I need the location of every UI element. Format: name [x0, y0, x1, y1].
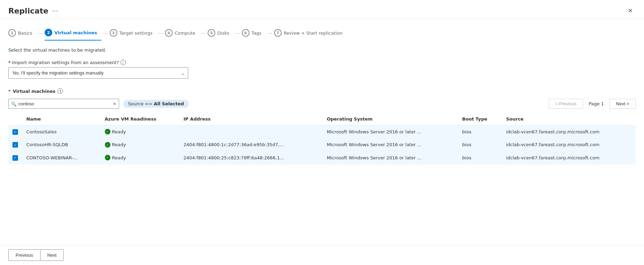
step-label-basics: Basics — [18, 30, 32, 36]
row1-ready-badge: ✓ Ready — [105, 129, 175, 134]
step-virtual-machines[interactable]: 2 Virtual machines — [45, 26, 101, 41]
col-checkbox — [8, 113, 22, 125]
pagination-previous-button[interactable]: < Previous — [548, 99, 583, 109]
row3-ready-label: Ready — [112, 155, 126, 160]
row3-name: CONTOSO-WEBINAR-... — [22, 151, 101, 165]
vm-section-label: * Virtual machines i — [8, 88, 636, 94]
step-tags[interactable]: 6 Tags — [242, 26, 266, 40]
page-container: Replicate ··· ✕ 1 Basics 2 Virtual machi… — [0, 0, 644, 265]
step-disks[interactable]: 5 Disks — [208, 26, 234, 40]
assessment-field-label: * Import migration settings from an asse… — [8, 60, 636, 65]
row3-check-icon: ✓ — [14, 156, 17, 160]
step-separator-5 — [235, 33, 241, 34]
step-label-virtual-machines: Virtual machines — [54, 30, 97, 35]
header-left: Replicate ··· — [8, 7, 58, 15]
description-text: Select the virtual machines to be migrat… — [8, 47, 636, 53]
steps-navigation: 1 Basics 2 Virtual machines 3 Target set… — [0, 19, 644, 41]
assessment-dropdown-container: No, I'll specify the migration settings … — [8, 67, 188, 79]
vm-table-body: ✓ ContosoSales ✓ Ready Microsoft Windows… — [8, 125, 636, 165]
row3-source: idclab-vcen67.fareast.corp.microsoft.com — [502, 151, 636, 165]
vm-section-label-text: Virtual machines — [13, 89, 55, 94]
footer-previous-button[interactable]: Previous — [8, 249, 40, 261]
search-clear-button[interactable]: ✕ — [113, 101, 116, 106]
row2-boot: bios — [458, 138, 502, 151]
close-button[interactable]: ✕ — [625, 6, 636, 16]
row3-ip: 2404:f801:4800:25:c823:79ff:6a48:2666,1.… — [179, 151, 323, 165]
row3-os: Microsoft Windows Server 2016 or later .… — [323, 151, 458, 165]
step-label-target-settings: Target settings — [119, 30, 153, 36]
filter-badge[interactable]: Source == All Selected — [123, 100, 189, 108]
col-os: Operating System — [323, 113, 458, 125]
row1-ready-label: Ready — [112, 129, 126, 134]
required-star-vm: * — [8, 89, 11, 94]
vm-table-header: Name Azure VM Readiness IP Address Opera… — [8, 113, 636, 125]
assessment-dropdown[interactable]: No, I'll specify the migration settings … — [8, 67, 188, 79]
footer-next-button[interactable]: Next — [40, 249, 64, 261]
row1-boot: bios — [458, 125, 502, 139]
row3-ready-badge: ✓ Ready — [105, 155, 175, 160]
step-circle-5: 5 — [208, 29, 215, 37]
step-review[interactable]: 7 Review + Start replication — [274, 26, 347, 40]
row2-ready-badge: ✓ Ready — [105, 142, 175, 148]
row2-check-icon: ✓ — [14, 143, 17, 147]
row2-ready-label: Ready — [112, 142, 126, 147]
vm-table-header-row: Name Azure VM Readiness IP Address Opera… — [8, 113, 636, 125]
required-star-assessment: * — [8, 60, 11, 65]
row2-checkbox[interactable]: ✓ — [12, 142, 18, 148]
search-input[interactable] — [8, 99, 119, 109]
row1-ready-icon: ✓ — [105, 129, 110, 134]
pagination-page-info: Page 1 — [586, 101, 607, 106]
row1-checkbox[interactable]: ✓ — [12, 129, 18, 135]
row1-readiness: ✓ Ready — [101, 125, 180, 139]
step-circle-4: 4 — [165, 29, 173, 37]
row2-os: Microsoft Windows Server 2016 or later .… — [323, 138, 458, 151]
row2-ip: 2404:f801:4800:1c:2d77:36ad:e95b:35d7,..… — [179, 138, 323, 151]
vm-table: Name Azure VM Readiness IP Address Opera… — [8, 113, 636, 165]
row3-boot: bios — [458, 151, 502, 165]
row2-name: ContosoHR-SQLDB — [22, 138, 101, 151]
row3-ready-icon: ✓ — [105, 155, 110, 160]
step-separator-6 — [267, 33, 273, 34]
step-basics[interactable]: 1 Basics — [8, 26, 36, 40]
step-circle-6: 6 — [242, 29, 250, 37]
row2-ready-icon: ✓ — [105, 142, 110, 148]
row1-source: idclab-vcen67.fareast.corp.microsoft.com — [502, 125, 636, 139]
toolbar-right: < Previous Page 1 Next > — [548, 99, 636, 109]
toolbar-row: 🔍 ✕ Source == All Selected < Previous Pa… — [8, 99, 636, 109]
assessment-info-icon[interactable]: i — [120, 60, 126, 65]
main-content: Select the virtual machines to be migrat… — [0, 41, 644, 245]
row1-name: ContosoSales — [22, 125, 101, 139]
row3-checkbox[interactable]: ✓ — [12, 155, 18, 161]
vm-info-icon[interactable]: i — [57, 88, 63, 94]
row2-checkbox-cell: ✓ — [8, 138, 22, 151]
ellipsis-menu[interactable]: ··· — [52, 7, 58, 15]
row2-source: idclab-vcen67.fareast.corp.microsoft.com — [502, 138, 636, 151]
step-label-disks: Disks — [217, 30, 229, 36]
toolbar-left: 🔍 ✕ Source == All Selected — [8, 99, 189, 109]
step-circle-7: 7 — [274, 29, 282, 37]
pagination-next-button[interactable]: Next > — [609, 99, 636, 109]
table-row: ✓ CONTOSO-WEBINAR-... ✓ Ready 2404:f801:… — [8, 151, 636, 165]
step-circle-2: 2 — [45, 29, 52, 36]
table-row: ✓ ContosoHR-SQLDB ✓ Ready 2404:f801:4800… — [8, 138, 636, 151]
row1-ip — [179, 125, 323, 139]
step-separator-2 — [103, 33, 108, 34]
step-circle-1: 1 — [8, 29, 16, 37]
search-icon: 🔍 — [11, 101, 17, 106]
col-source: Source — [502, 113, 636, 125]
row1-checkbox-cell: ✓ — [8, 125, 22, 139]
step-separator-3 — [158, 33, 164, 34]
step-target-settings[interactable]: 3 Target settings — [110, 26, 157, 40]
filter-prefix: Source == — [128, 101, 153, 106]
row3-checkbox-cell: ✓ — [8, 151, 22, 165]
step-compute[interactable]: 4 Compute — [165, 26, 199, 40]
col-name: Name — [22, 113, 101, 125]
assessment-label-text: Import migration settings from an assess… — [12, 60, 119, 65]
filter-value: All Selected — [154, 101, 184, 106]
row1-os: Microsoft Windows Server 2016 or later .… — [323, 125, 458, 139]
step-separator-4 — [201, 33, 206, 34]
page-title: Replicate — [8, 7, 48, 15]
row1-check-icon: ✓ — [14, 130, 17, 134]
header: Replicate ··· ✕ — [0, 0, 644, 19]
col-ip: IP Address — [179, 113, 323, 125]
